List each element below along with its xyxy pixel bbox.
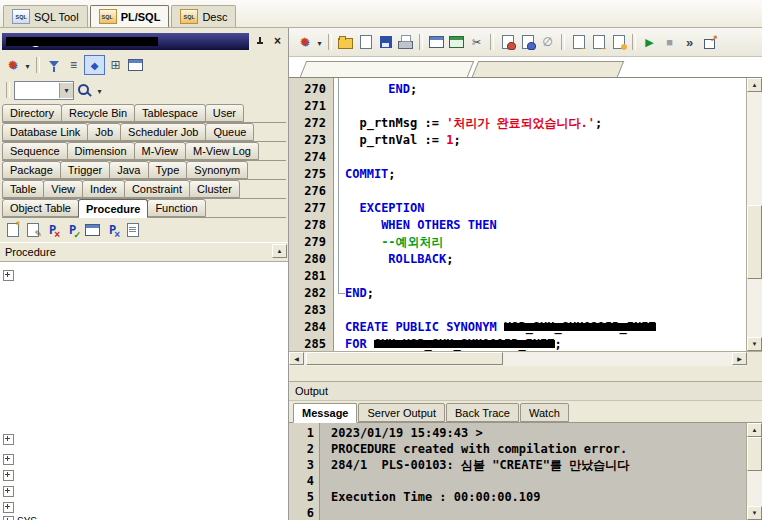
columns-icon[interactable] [126,56,145,74]
tree-expand-icon[interactable] [3,454,14,465]
scroll-left-icon[interactable] [289,352,304,365]
tree-expand-icon[interactable] [3,470,14,481]
new-item-icon[interactable] [3,221,22,239]
procedure-list[interactable]: SYS [0,262,288,520]
run-icon[interactable] [640,33,659,51]
scroll-right-icon[interactable] [732,352,747,365]
scroll-down-icon[interactable] [747,506,762,520]
editor-horizontal-scrollbar[interactable] [289,351,762,366]
browse-icon[interactable] [84,55,105,75]
object-tab-synonym[interactable]: Synonym [186,161,248,179]
new-icon[interactable] [356,33,375,51]
doc-refresh-icon[interactable] [609,33,628,51]
save-icon[interactable] [376,33,395,51]
doc-export-icon[interactable] [589,33,608,51]
doc-import-icon[interactable] [569,33,588,51]
object-tab-m-view[interactable]: M-View [134,142,186,160]
excel-icon[interactable] [447,33,466,51]
edit-item-icon[interactable] [23,221,42,239]
output-tab-watch[interactable]: Watch [520,403,569,422]
code-editor[interactable]: 270 END;271272 p_rtnMsg := '처리가 완료되었습니다.… [289,78,762,351]
object-tab-recycle-bin[interactable]: Recycle Bin [61,104,135,122]
open-icon[interactable] [336,33,355,51]
object-tab-dimension[interactable]: Dimension [67,142,135,160]
object-tab-function[interactable]: Function [147,199,205,217]
pin-button[interactable] [252,34,267,48]
object-tab-type[interactable]: Type [148,161,188,179]
object-tab-trigger[interactable]: Trigger [60,161,110,179]
hscrollbar-track[interactable] [304,352,732,366]
filter-icon[interactable] [44,56,63,74]
object-tab-m-view-log[interactable]: M-View Log [185,142,259,160]
object-tab-java[interactable]: Java [109,161,148,179]
top-tab-desc[interactable]: Desc [171,5,236,27]
script-db-icon[interactable] [498,33,517,51]
object-tab-procedure[interactable]: Procedure [78,199,148,218]
object-tab-sequence[interactable]: Sequence [2,142,68,160]
object-tab-job[interactable]: Job [87,123,121,141]
scrollbar-thumb[interactable] [747,437,762,471]
customize-icon[interactable] [3,56,22,74]
sort-icon[interactable] [64,56,83,74]
print-icon[interactable] [396,33,415,51]
output-tab-message[interactable]: Message [293,403,357,423]
tree-expand-icon[interactable] [3,434,14,445]
output-tab-server-output[interactable]: Server Output [358,403,444,422]
popout-icon[interactable] [700,33,719,51]
tree-expand-icon[interactable] [3,486,14,497]
script-doc-icon[interactable] [123,221,142,239]
scrollbar-track[interactable] [747,437,762,506]
object-tab-user[interactable]: User [205,104,244,122]
more-icon[interactable] [680,33,699,51]
tree-expand-icon[interactable] [3,502,14,513]
close-panel-button[interactable] [270,34,285,48]
object-tab-row: PackageTriggerJavaTypeSynonym [2,161,286,180]
editor-vertical-scrollbar[interactable] [746,78,762,351]
scroll-up-icon[interactable] [747,423,762,437]
object-tab-cluster[interactable]: Cluster [189,180,240,198]
tree-expand-icon[interactable] [3,270,14,281]
output-splitter[interactable] [289,366,762,381]
editor-document-tab-1[interactable] [300,61,474,77]
search-button[interactable] [75,81,94,99]
object-tab-scheduler-job[interactable]: Scheduler Job [120,123,206,141]
p-blue-x-icon[interactable] [103,221,122,239]
chevron-down-icon[interactable] [59,83,73,98]
top-tab-sql-tool[interactable]: SQL Tool [3,5,88,27]
filter-combobox[interactable] [14,81,74,100]
stop-icon[interactable] [660,33,679,51]
save-grid-icon[interactable] [83,221,102,239]
top-tab-pl-sql[interactable]: PL/SQL [90,5,170,27]
grid-view-icon[interactable] [427,33,446,51]
scrollbar-track[interactable] [747,92,762,337]
dropdown-caret-icon[interactable] [315,36,324,48]
dropdown-caret-icon[interactable] [23,59,32,71]
object-tab-object-table[interactable]: Object Table [2,199,79,217]
script-db2-icon[interactable] [518,33,537,51]
output-vertical-scrollbar[interactable] [746,423,762,520]
object-tab-table[interactable]: Table [2,180,44,198]
object-tab-tablespace[interactable]: Tablespace [134,104,206,122]
cut-icon[interactable] [467,33,486,51]
object-tab-database-link[interactable]: Database Link [2,123,88,141]
tree-expand-icon[interactable]: SYS [3,516,14,520]
tree-icon[interactable] [106,56,125,74]
output-tab-back-trace[interactable]: Back Trace [446,403,519,422]
object-tab-view[interactable]: View [43,180,83,198]
search-dropdown-caret-icon[interactable] [95,84,104,96]
object-tab-index[interactable]: Index [82,180,125,198]
object-tab-constraint[interactable]: Constraint [124,180,190,198]
scrollbar-thumb[interactable] [747,205,762,279]
object-tab-queue[interactable]: Queue [205,123,254,141]
customize-icon[interactable] [295,33,314,51]
list-scroll-up-button[interactable] [272,244,287,258]
disable-icon[interactable] [538,33,557,51]
scroll-down-icon[interactable] [747,337,762,351]
scroll-up-icon[interactable] [747,78,762,92]
object-tab-directory[interactable]: Directory [2,104,62,122]
editor-document-tab-2[interactable] [472,61,624,77]
object-tab-package[interactable]: Package [2,161,61,179]
p-debug-icon[interactable] [63,221,82,239]
p-red-x-icon[interactable] [43,221,62,239]
hscrollbar-thumb[interactable] [306,352,503,365]
